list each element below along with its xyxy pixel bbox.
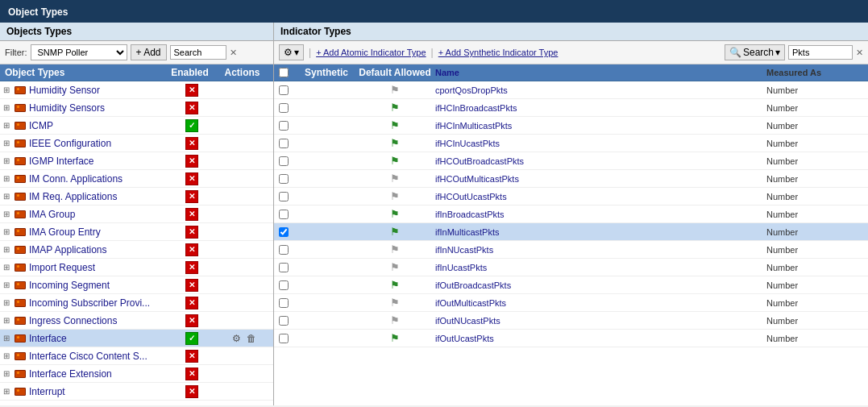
expand-icon: ⊞ (3, 192, 11, 201)
table-row[interactable]: ⊞IM Conn. Applications✕ (0, 170, 273, 188)
row-checkbox[interactable] (279, 174, 289, 184)
table-row[interactable]: ⊞IM Req. Applications✕ (0, 188, 273, 206)
list-item[interactable]: ⚑ifInMulticastPktsNumber (274, 223, 868, 241)
default-allowed-cell: ⚑ (355, 137, 435, 149)
add-synthetic-button[interactable]: + Add Synthetic Indicator Type (438, 48, 559, 57)
search-arrow: ▾ (775, 47, 780, 58)
row-checkbox[interactable] (279, 210, 289, 219)
row-checkbox[interactable] (279, 298, 289, 308)
list-item[interactable]: ⚑ifHCOutMulticastPktsNumber (274, 170, 868, 188)
list-item[interactable]: ⚑ifOutUcastPktsNumber (274, 330, 868, 347)
add-button[interactable]: + Add (131, 44, 167, 60)
row-checkbox[interactable] (279, 85, 289, 95)
table-row[interactable]: ⊞Humidity Sensor✕ (0, 81, 273, 99)
title-text: Object Types (8, 6, 68, 18)
x-icon: ✕ (185, 84, 198, 97)
table-row[interactable]: ⊞Incoming Segment✕ (0, 276, 273, 294)
measured-as-value: Number (766, 85, 863, 95)
row-checkbox-cell (279, 121, 298, 131)
table-row[interactable]: ⊞IMA Group✕ (0, 206, 273, 223)
object-icon (14, 210, 27, 219)
list-item[interactable]: ⚑cportQosDropPktsNumber (274, 81, 868, 99)
x-icon: ✕ (185, 385, 198, 398)
list-item[interactable]: ⚑ifOutMulticastPktsNumber (274, 294, 868, 312)
row-checkbox[interactable] (279, 103, 289, 113)
x-icon: ✕ (185, 102, 198, 114)
expand-icon: ⊞ (3, 210, 11, 218)
object-icon (14, 245, 27, 255)
table-row[interactable]: ⊞IEEE Configuration✕ (0, 135, 273, 152)
list-item[interactable]: ⚑ifHCInBroadcastPktsNumber (274, 99, 868, 117)
list-item[interactable]: ⚑ifInBroadcastPktsNumber (274, 206, 868, 223)
table-row[interactable]: ⊞Incoming Subscriber Provi...✕ (0, 294, 273, 312)
list-item[interactable]: ⚑ifInNUcastPktsNumber (274, 241, 868, 259)
expand-icon: ⊞ (3, 156, 11, 165)
enabled-cell: ✕ (165, 261, 218, 274)
list-item[interactable]: ⚑ifOutBroadcastPktsNumber (274, 276, 868, 294)
row-checkbox-cell (279, 192, 298, 201)
add-atomic-button[interactable]: + Add Atomic Indicator Type (316, 48, 426, 57)
filter-search-input[interactable] (170, 45, 226, 60)
flag-gray-icon: ⚑ (390, 314, 400, 326)
gear-button[interactable]: ⚙ ▾ (279, 44, 304, 60)
table-row[interactable]: ⊞Interface Cisco Content S...✕ (0, 347, 273, 365)
list-item[interactable]: ⚑ifHCInMulticastPktsNumber (274, 117, 868, 135)
expand-icon: ⊞ (3, 280, 11, 289)
table-row[interactable]: ⊞Ingress Connections✕ (0, 312, 273, 330)
object-name: ⊞IM Conn. Applications (3, 173, 165, 185)
list-item[interactable]: ⚑ifOutNUcastPktsNumber (274, 312, 868, 330)
filter-clear-button[interactable]: ✕ (230, 48, 237, 58)
row-checkbox[interactable] (279, 316, 289, 326)
table-row[interactable]: ⊞IGMP Interface✕ (0, 152, 273, 170)
table-row[interactable]: ⊞Import Request✕ (0, 259, 273, 276)
measured-as-value: Number (766, 174, 863, 184)
indicator-toolbar: ⚙ ▾ | + Add Atomic Indicator Type | + Ad… (274, 41, 868, 64)
table-row[interactable]: ⊞Interface Extension✕ (0, 365, 273, 383)
row-checkbox[interactable] (279, 121, 289, 131)
indicator-name: ifHCInUcastPkts (435, 139, 766, 148)
enabled-cell: ✕ (165, 208, 218, 221)
row-checkbox[interactable] (279, 334, 289, 343)
enabled-cell: ✕ (165, 368, 218, 380)
measured-as-value: Number (766, 334, 863, 343)
row-checkbox[interactable] (279, 263, 289, 272)
row-checkbox[interactable] (279, 192, 289, 201)
measured-as-value: Number (766, 316, 863, 326)
row-checkbox[interactable] (279, 280, 289, 290)
table-row[interactable]: ⊞IMA Group Entry✕ (0, 223, 273, 241)
x-icon: ✕ (185, 350, 198, 363)
obj-table-header: Object Types Enabled Actions (0, 64, 273, 81)
row-checkbox[interactable] (279, 227, 289, 237)
select-all-checkbox[interactable] (279, 68, 289, 77)
row-checkbox-cell (279, 263, 298, 272)
col-name: Name (435, 68, 766, 77)
row-checkbox[interactable] (279, 245, 289, 255)
settings-icon[interactable]: ⚙ (230, 332, 243, 345)
object-name: ⊞Interface (3, 333, 165, 344)
object-icon (14, 227, 27, 237)
list-item[interactable]: ⚑ifHCOutBroadcastPktsNumber (274, 152, 868, 170)
col-enabled: Enabled (164, 67, 216, 78)
default-allowed-cell: ⚑ (355, 314, 435, 326)
list-item[interactable]: ⚑ifHCInUcastPktsNumber (274, 135, 868, 152)
measured-as-value: Number (766, 103, 863, 113)
table-row[interactable]: ⊞Interrupt✕ (0, 383, 273, 401)
list-item[interactable]: ⚑ifInUcastPktsNumber (274, 259, 868, 276)
delete-icon[interactable]: 🗑 (245, 332, 258, 345)
table-row[interactable]: ⊞Humidity Sensors✕ (0, 99, 273, 117)
table-row[interactable]: ⊞ICMP✓ (0, 117, 273, 135)
indicator-search-input[interactable] (788, 45, 853, 60)
table-row[interactable]: ⊞IMAP Applications✕ (0, 241, 273, 259)
object-name: ⊞Ingress Connections (3, 315, 165, 326)
row-checkbox[interactable] (279, 156, 289, 166)
indicator-search-clear[interactable]: ✕ (856, 48, 863, 58)
list-item[interactable]: ⚑ifHCOutUcastPktsNumber (274, 188, 868, 206)
row-checkbox-cell (279, 227, 298, 237)
filter-select[interactable]: SNMP Poller (31, 44, 127, 60)
search-button[interactable]: 🔍 Search ▾ (725, 44, 785, 60)
enabled-cell: ✕ (165, 84, 218, 97)
object-name: ⊞Import Request (3, 262, 165, 273)
table-row[interactable]: ⊞Interface✓⚙🗑 (0, 330, 273, 347)
default-allowed-cell: ⚑ (355, 84, 435, 96)
row-checkbox[interactable] (279, 139, 289, 148)
